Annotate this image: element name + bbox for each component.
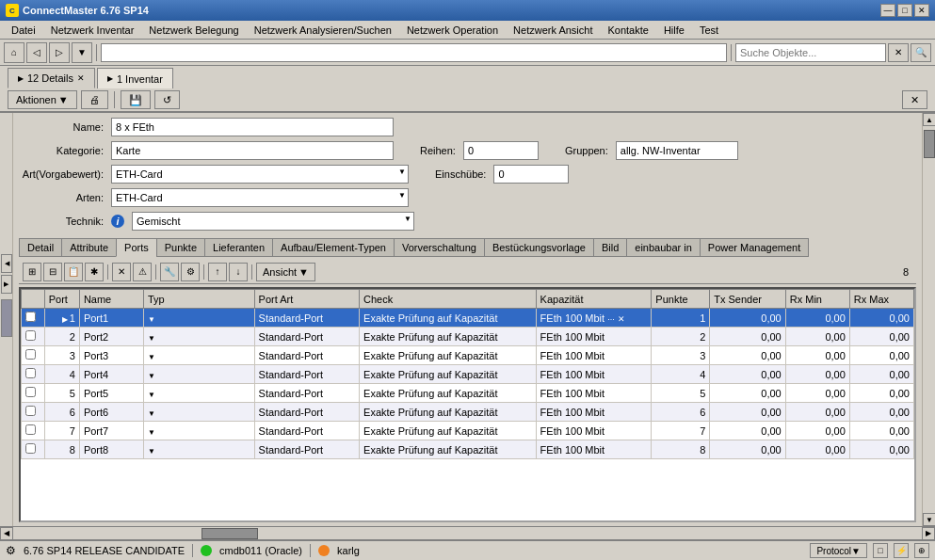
tab-inventar[interactable]: ▶ 1 Inventar bbox=[97, 68, 173, 88]
typ-dropdown-icon[interactable]: ▼ bbox=[148, 315, 155, 324]
col-header-check[interactable]: Check bbox=[360, 290, 537, 309]
prop-tab-bild[interactable]: Bild bbox=[593, 238, 626, 257]
prop-tab-punkte[interactable]: Punkte bbox=[156, 238, 204, 257]
toolbar-dropdown-button[interactable]: ▼ bbox=[72, 42, 92, 63]
einschube-input[interactable] bbox=[493, 165, 569, 184]
tbl-add-button[interactable]: ⊞ bbox=[23, 263, 41, 281]
close-detail-button[interactable]: ✕ bbox=[902, 90, 927, 109]
search-clear-button[interactable]: ✕ bbox=[888, 43, 909, 62]
tbl-view-button[interactable]: Ansicht ▼ bbox=[256, 263, 315, 281]
col-header-punkte[interactable]: Punkte bbox=[652, 290, 710, 309]
kategorie-input[interactable] bbox=[111, 141, 394, 160]
prop-tab-bestuckung[interactable]: Bestückungsvorlage bbox=[484, 238, 593, 257]
table-row[interactable]: 3 Port3 ▼ Standard-Port Exakte Prüfung a… bbox=[22, 346, 914, 365]
hscroll-thumb[interactable] bbox=[202, 528, 258, 539]
print-button[interactable]: 🖨 bbox=[81, 90, 108, 109]
minimize-button[interactable]: — bbox=[880, 4, 895, 17]
prop-tab-attribute[interactable]: Attribute bbox=[61, 238, 116, 257]
sidebar-expand-button[interactable]: ◀ bbox=[1, 254, 12, 273]
typ-dropdown-icon[interactable]: ▼ bbox=[148, 334, 155, 343]
tbl-config-button[interactable]: ⚙ bbox=[181, 263, 200, 281]
tab-details[interactable]: ▶ 12 Details ✕ bbox=[8, 68, 95, 88]
col-header-typ[interactable]: Typ bbox=[143, 290, 254, 309]
row-checkbox[interactable] bbox=[25, 406, 36, 416]
typ-dropdown-icon[interactable]: ▼ bbox=[148, 353, 155, 361]
typ-dropdown-icon[interactable]: ▼ bbox=[148, 428, 155, 437]
scroll-up-button[interactable]: ▲ bbox=[923, 113, 935, 126]
sidebar-collapse-button[interactable]: ▶ bbox=[1, 275, 12, 294]
hscroll-right-button[interactable]: ▶ bbox=[922, 527, 935, 540]
name-input[interactable] bbox=[111, 118, 394, 136]
technik-info-icon[interactable]: i bbox=[111, 215, 124, 228]
col-header-port[interactable]: Port bbox=[44, 290, 79, 309]
table-row[interactable]: 4 Port4 ▼ Standard-Port Exakte Prüfung a… bbox=[22, 365, 914, 384]
typ-dropdown-icon[interactable]: ▼ bbox=[148, 391, 155, 399]
col-header-rxmin[interactable]: Rx Min bbox=[785, 290, 849, 309]
tbl-tool-button[interactable]: 🔧 bbox=[160, 263, 179, 281]
tbl-add2-button[interactable]: ⊟ bbox=[43, 263, 62, 281]
row-checkbox[interactable] bbox=[25, 387, 36, 397]
search-go-button[interactable]: 🔍 bbox=[911, 43, 931, 62]
tbl-warn-button[interactable]: ⚠ bbox=[133, 263, 152, 281]
tab-details-close[interactable]: ✕ bbox=[77, 73, 85, 83]
menu-hilfe[interactable]: Hilfe bbox=[656, 23, 692, 38]
table-wrapper[interactable]: Port Name Typ Port Art Check Kapazität P… bbox=[19, 287, 916, 522]
tbl-delete-button[interactable]: ✕ bbox=[112, 263, 131, 281]
table-row[interactable]: 6 Port6 ▼ Standard-Port Exakte Prüfung a… bbox=[22, 403, 914, 422]
scroll-down-button[interactable]: ▼ bbox=[923, 513, 935, 526]
prop-tab-aufbau[interactable]: Aufbau/Element-Typen bbox=[272, 238, 394, 257]
tbl-down-button[interactable]: ↓ bbox=[229, 263, 248, 281]
menu-datei[interactable]: Datei bbox=[4, 23, 43, 38]
toolbar-home-button[interactable]: ⌂ bbox=[4, 42, 24, 63]
row-checkbox[interactable] bbox=[25, 424, 36, 435]
arten-select[interactable]: ETH-Card bbox=[111, 188, 409, 207]
tbl-pin-button[interactable]: ✱ bbox=[85, 263, 104, 281]
menu-netzwerk-operation[interactable]: Netzwerk Operation bbox=[399, 23, 506, 38]
lightning-button[interactable]: ⚡ bbox=[894, 543, 909, 558]
prop-tab-detail[interactable]: Detail bbox=[19, 238, 61, 257]
maximize-button[interactable]: □ bbox=[897, 4, 912, 17]
table-row[interactable]: 8 Port8 ▼ Standard-Port Exakte Prüfung a… bbox=[22, 440, 914, 459]
save-button[interactable]: 💾 bbox=[121, 90, 151, 109]
reihen-input[interactable] bbox=[463, 141, 539, 160]
plus-button[interactable]: ⊕ bbox=[914, 543, 929, 558]
menu-kontakte[interactable]: Kontakte bbox=[600, 23, 655, 38]
col-header-rxmax[interactable]: Rx Max bbox=[849, 290, 913, 309]
prop-tab-vorverschaltung[interactable]: Vorverschaltung bbox=[394, 238, 484, 257]
layout-button[interactable]: □ bbox=[873, 543, 888, 558]
tbl-copy-button[interactable]: 📋 bbox=[64, 263, 83, 281]
gruppen-input[interactable] bbox=[616, 141, 738, 160]
row-checkbox[interactable] bbox=[25, 443, 36, 454]
hscroll-left-button[interactable]: ◀ bbox=[0, 527, 13, 540]
col-header-name[interactable]: Name bbox=[79, 290, 143, 309]
prop-tab-einbaubar[interactable]: einbaubar in bbox=[626, 238, 700, 257]
col-header-tx[interactable]: Tx Sender bbox=[710, 290, 785, 309]
prop-tab-power[interactable]: Power Management bbox=[700, 238, 809, 257]
menu-netzwerk-belegung[interactable]: Netzwerk Belegung bbox=[141, 23, 246, 38]
typ-dropdown-icon[interactable]: ▼ bbox=[148, 447, 155, 456]
col-header-kapazitat[interactable]: Kapazität bbox=[536, 290, 652, 309]
col-header-portart[interactable]: Port Art bbox=[254, 290, 359, 309]
menu-netzwerk-analysieren[interactable]: Netzwerk Analysieren/Suchen bbox=[247, 23, 399, 38]
table-row[interactable]: 7 Port7 ▼ Standard-Port Exakte Prüfung a… bbox=[22, 422, 914, 440]
table-row[interactable]: ▶1 Port1 ▼ Standard-Port Exakte Prüfung … bbox=[22, 309, 914, 328]
menu-netzwerk-ansicht[interactable]: Netzwerk Ansicht bbox=[506, 23, 600, 38]
search-input[interactable] bbox=[735, 43, 886, 62]
tbl-up-button[interactable]: ↑ bbox=[208, 263, 227, 281]
row-checkbox[interactable] bbox=[25, 312, 36, 322]
sidebar-scroll-thumb[interactable] bbox=[1, 299, 12, 337]
table-row[interactable]: 5 Port5 ▼ Standard-Port Exakte Prüfung a… bbox=[22, 384, 914, 403]
prop-tab-ports[interactable]: Ports bbox=[116, 238, 156, 257]
toolbar-back-button[interactable]: ◁ bbox=[26, 42, 47, 63]
table-row[interactable]: 2 Port2 ▼ Standard-Port Exakte Prüfung a… bbox=[22, 328, 914, 346]
menu-test[interactable]: Test bbox=[692, 23, 726, 38]
prop-tab-lieferanten[interactable]: Lieferanten bbox=[204, 238, 272, 257]
typ-dropdown-icon[interactable]: ▼ bbox=[148, 409, 155, 418]
scroll-thumb[interactable] bbox=[924, 130, 935, 158]
protocol-button[interactable]: Protocol▼ bbox=[810, 543, 867, 558]
row-checkbox[interactable] bbox=[25, 368, 36, 378]
aktionen-button[interactable]: Aktionen ▼ bbox=[8, 90, 77, 109]
refresh-button[interactable]: ↺ bbox=[154, 90, 180, 109]
row-checkbox[interactable] bbox=[25, 349, 36, 360]
art-select[interactable]: ETH-Card bbox=[111, 165, 409, 184]
